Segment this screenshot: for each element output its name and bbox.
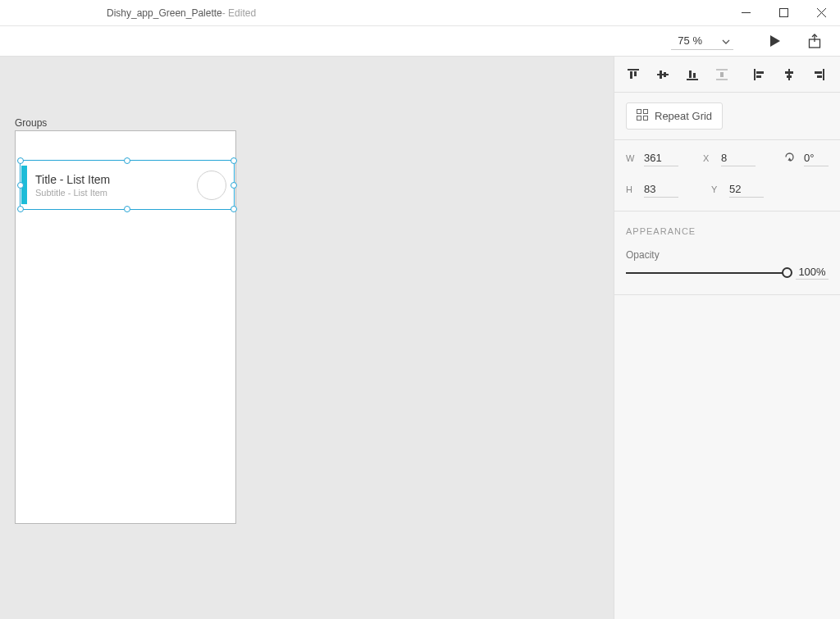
document-title: Dishy_app_Green_Palette xyxy=(107,7,222,19)
transform-section: W X H xyxy=(614,140,840,212)
svg-rect-31 xyxy=(637,110,641,114)
repeat-grid-button[interactable]: Repeat Grid xyxy=(626,102,723,130)
list-item-texts: Title - List Item Subtitle - List Item xyxy=(35,173,197,198)
svg-rect-12 xyxy=(664,72,666,77)
svg-rect-15 xyxy=(693,73,696,78)
align-right-icon[interactable] xyxy=(811,67,826,82)
svg-rect-8 xyxy=(630,71,632,79)
list-item-accent xyxy=(21,166,27,204)
x-input[interactable] xyxy=(721,150,756,166)
svg-rect-24 xyxy=(787,75,792,78)
svg-rect-1 xyxy=(779,9,788,17)
svg-rect-26 xyxy=(815,71,822,74)
canvas[interactable]: Groups Title - List Item Subtitle - List… xyxy=(0,57,614,619)
opacity-slider[interactable] xyxy=(626,272,788,274)
svg-rect-27 xyxy=(817,75,822,78)
height-input[interactable] xyxy=(644,181,678,198)
play-icon xyxy=(769,34,781,48)
document-edited-suffix: - Edited xyxy=(222,7,256,19)
rotate-icon[interactable] xyxy=(783,151,796,166)
svg-rect-33 xyxy=(637,116,641,121)
repeat-grid-label: Repeat Grid xyxy=(655,110,712,122)
align-left-icon[interactable] xyxy=(752,67,767,82)
minimize-button[interactable] xyxy=(727,0,765,25)
main-area: Groups Title - List Item Subtitle - List… xyxy=(0,57,840,619)
svg-rect-20 xyxy=(756,71,764,74)
zoom-dropdown[interactable]: 75 % xyxy=(671,32,733,50)
distribute-vertical-icon xyxy=(714,67,729,82)
alignment-row xyxy=(614,57,840,93)
appearance-section: APPEARANCE Opacity 100% xyxy=(614,212,840,295)
width-input[interactable] xyxy=(644,150,678,166)
width-label: W xyxy=(626,153,637,163)
height-label: H xyxy=(626,184,637,194)
align-bottom-icon[interactable] xyxy=(685,67,700,82)
list-item-group[interactable]: Title - List Item Subtitle - List Item xyxy=(20,160,235,210)
list-item-subtitle: Subtitle - List Item xyxy=(35,188,197,198)
svg-marker-4 xyxy=(770,35,780,47)
maximize-button[interactable] xyxy=(765,0,802,25)
window-controls xyxy=(727,0,840,25)
rotation-input[interactable] xyxy=(804,150,829,166)
align-hcenter-icon[interactable] xyxy=(782,67,797,82)
svg-rect-9 xyxy=(634,71,637,76)
align-top-icon[interactable] xyxy=(626,67,641,82)
svg-rect-34 xyxy=(644,116,648,121)
opacity-slider-thumb[interactable] xyxy=(782,267,792,278)
artboard-label[interactable]: Groups xyxy=(15,117,47,129)
align-vcenter-icon[interactable] xyxy=(655,67,670,82)
opacity-value[interactable]: 100% xyxy=(796,266,829,280)
share-button[interactable] xyxy=(804,30,825,52)
svg-rect-23 xyxy=(785,71,793,74)
list-item-avatar-circle xyxy=(197,171,226,200)
opacity-label: Opacity xyxy=(626,249,829,261)
y-input[interactable] xyxy=(729,181,764,198)
toolbar: 75 % xyxy=(0,25,840,57)
y-label: Y xyxy=(711,184,723,194)
x-label: X xyxy=(703,153,714,163)
properties-panel: Repeat Grid W X xyxy=(614,57,840,619)
titlebar: Dishy_app_Green_Palette - Edited xyxy=(0,0,840,25)
share-icon xyxy=(808,34,821,48)
grid-icon xyxy=(637,109,648,123)
svg-rect-14 xyxy=(689,71,692,78)
svg-rect-21 xyxy=(756,75,761,78)
appearance-heading: APPEARANCE xyxy=(626,226,829,236)
zoom-value: 75 % xyxy=(678,34,702,47)
close-button[interactable] xyxy=(802,0,840,25)
list-item-title: Title - List Item xyxy=(35,173,197,186)
play-button[interactable] xyxy=(765,30,786,52)
svg-rect-32 xyxy=(644,110,648,114)
chevron-down-icon xyxy=(722,34,730,47)
repeat-grid-row: Repeat Grid xyxy=(614,93,840,140)
svg-rect-11 xyxy=(660,71,662,79)
svg-rect-18 xyxy=(720,72,724,77)
